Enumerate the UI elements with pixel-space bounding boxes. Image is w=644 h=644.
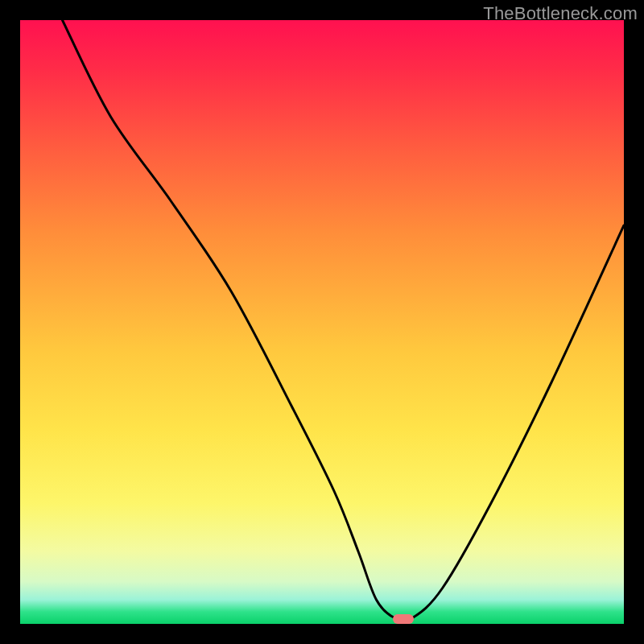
optimum-marker bbox=[393, 614, 414, 624]
bottleneck-curve bbox=[20, 20, 624, 624]
plot-area bbox=[20, 20, 624, 624]
chart-container: TheBottleneck.com bbox=[0, 0, 644, 644]
